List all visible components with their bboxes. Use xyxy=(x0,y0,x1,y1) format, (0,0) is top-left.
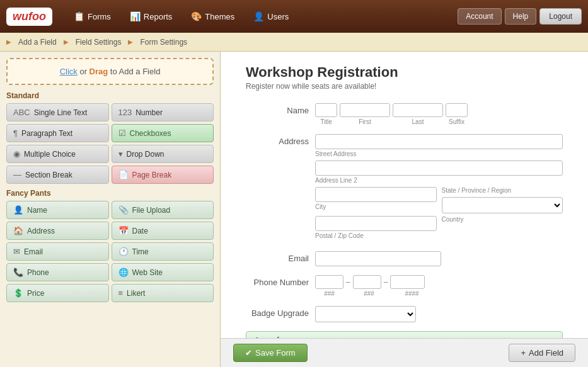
left-panel: Click or Drag to Add a Field Standard AB… xyxy=(0,52,221,367)
name-controls: Title First Last Suffix xyxy=(315,103,563,125)
field-single-line-text[interactable]: ABC Single Line Text xyxy=(6,103,109,121)
price-icon: 💲 xyxy=(13,288,23,298)
name-suffix-input[interactable] xyxy=(446,103,468,117)
time-icon: 🕐 xyxy=(118,247,129,256)
name-suffix-label: Suffix xyxy=(449,118,464,125)
reports-icon: 📊 xyxy=(130,11,141,21)
phone-label: Phone Number xyxy=(246,275,309,287)
field-multiple-choice[interactable]: ◉ Multiple Choice xyxy=(6,145,109,163)
forms-icon: 📋 xyxy=(74,11,84,21)
email-icon: ✉ xyxy=(13,247,20,256)
field-paragraph-text[interactable]: ¶ Paragraph Text xyxy=(6,124,109,142)
form-subtitle: Register now while seats are available! xyxy=(246,82,563,91)
fancy-section-title: Fancy Pants xyxy=(6,189,214,198)
date-icon: 📅 xyxy=(118,226,129,235)
add-field-button[interactable]: + Add Field xyxy=(509,344,575,362)
form-title: Workshop Registration xyxy=(246,64,563,81)
nav-right: Account Help Logout xyxy=(458,8,582,25)
themes-icon: 🎨 xyxy=(191,11,202,21)
badge-label: Badge Upgrade xyxy=(246,306,309,318)
nav-items: 📋 Forms 📊 Reports 🎨 Themes 👤 Users xyxy=(65,8,458,25)
subnav-arrow-2: ▶ xyxy=(64,38,69,45)
email-input[interactable] xyxy=(315,251,441,266)
subnav-arrow-1: ▶ xyxy=(6,38,11,45)
users-icon: 👤 xyxy=(253,11,264,21)
name-inputs: Title First Last Suffix xyxy=(315,103,563,125)
name-title-label: Title xyxy=(320,118,332,125)
city-label: City xyxy=(315,203,437,210)
subnav-add-field[interactable]: Add a Field xyxy=(14,37,61,48)
address-line2-input[interactable] xyxy=(315,161,563,176)
phone-area-input[interactable] xyxy=(315,275,343,289)
city-input[interactable] xyxy=(315,187,437,202)
phone-line-input[interactable] xyxy=(390,275,425,289)
fancy-name-icon: 👤 xyxy=(13,205,23,215)
field-file-upload[interactable]: 📎 File Upload xyxy=(112,201,214,219)
city-group: City xyxy=(315,187,437,213)
field-likert[interactable]: ≡ Likert xyxy=(112,284,214,302)
street-address-input[interactable] xyxy=(315,134,563,149)
phone-labels: ### ### #### xyxy=(315,290,563,297)
badge-select[interactable] xyxy=(315,306,416,322)
account-button[interactable]: Account xyxy=(458,8,501,25)
subnav-field-settings[interactable]: Field Settings xyxy=(72,37,125,48)
save-icon: ✔ xyxy=(245,348,252,358)
field-email[interactable]: ✉ Email xyxy=(6,242,109,261)
field-website[interactable]: 🌐 Web Site xyxy=(112,263,214,281)
name-last-input[interactable] xyxy=(393,103,443,117)
address-row2: City State / Province / Region xyxy=(315,187,563,213)
field-page-break[interactable]: 📄 Page Break xyxy=(112,166,214,184)
field-checkboxes[interactable]: ☑ Checkboxes xyxy=(112,124,214,142)
street-address-label: Street Address xyxy=(315,150,563,157)
section-break-icon: — xyxy=(13,170,21,179)
drag-label[interactable]: Drag xyxy=(89,67,108,76)
add-field-box: Click or Drag to Add a Field xyxy=(6,58,214,85)
name-first-label: First xyxy=(359,118,371,125)
save-form-button[interactable]: ✔ Save Form xyxy=(233,344,308,362)
state-select[interactable] xyxy=(442,197,563,213)
form-footer: ✔ Save Form + Add Field xyxy=(221,338,588,367)
subnav-form-settings[interactable]: Form Settings xyxy=(136,37,191,48)
standard-section-title: Standard xyxy=(6,91,214,100)
field-fancy-name[interactable]: 👤 Name xyxy=(6,201,109,219)
postal-group: Postal / Zip Code xyxy=(315,216,437,242)
postal-country-row: Postal / Zip Code Country xyxy=(315,216,563,242)
name-field-row: Name Title First Last xyxy=(246,103,563,125)
nav-forms[interactable]: 📋 Forms xyxy=(65,8,120,25)
click-label[interactable]: Click xyxy=(60,67,78,76)
name-title-group: Title xyxy=(315,103,337,125)
field-date[interactable]: 📅 Date xyxy=(112,222,214,240)
logout-button[interactable]: Logout xyxy=(539,8,582,25)
phone-inputs: – – xyxy=(315,275,563,289)
top-navigation: wufoo 📋 Forms 📊 Reports 🎨 Themes 👤 Users… xyxy=(0,0,588,33)
file-upload-icon: 📎 xyxy=(118,205,129,215)
email-field-row: Email xyxy=(246,251,563,266)
field-price[interactable]: 💲 Price xyxy=(6,284,109,302)
phone-icon: 📞 xyxy=(13,268,23,277)
address-field-row: Address Street Address Address Line 2 Ci… xyxy=(246,134,563,242)
standard-fields-grid: ABC Single Line Text 123 Number ¶ Paragr… xyxy=(6,103,214,184)
country-group: Country xyxy=(442,216,563,242)
name-title-input[interactable] xyxy=(315,103,337,117)
postal-input[interactable] xyxy=(315,216,437,231)
field-phone[interactable]: 📞 Phone xyxy=(6,263,109,281)
phone-prefix-input[interactable] xyxy=(353,275,381,289)
field-fancy-address[interactable]: 🏠 Address xyxy=(6,222,109,240)
field-time[interactable]: 🕐 Time xyxy=(112,242,214,261)
field-number[interactable]: 123 Number xyxy=(112,103,214,121)
nav-themes[interactable]: 🎨 Themes xyxy=(182,8,243,25)
likert-icon: ≡ xyxy=(118,288,124,298)
add-field-icon: + xyxy=(521,348,526,358)
nav-users[interactable]: 👤 Users xyxy=(245,8,297,25)
help-button[interactable]: Help xyxy=(505,8,537,25)
page-break-icon: 📄 xyxy=(118,170,129,179)
field-drop-down[interactable]: ▾ Drop Down xyxy=(112,145,214,163)
nav-reports[interactable]: 📊 Reports xyxy=(121,8,182,25)
phone-dash-2: – xyxy=(384,278,388,286)
phone-controls: – – ### ### #### xyxy=(315,275,563,297)
name-first-input[interactable] xyxy=(340,103,390,117)
field-section-break[interactable]: — Section Break xyxy=(6,166,109,184)
number-icon: 123 xyxy=(118,108,132,117)
name-label: Name xyxy=(246,103,309,115)
email-label: Email xyxy=(246,251,309,263)
